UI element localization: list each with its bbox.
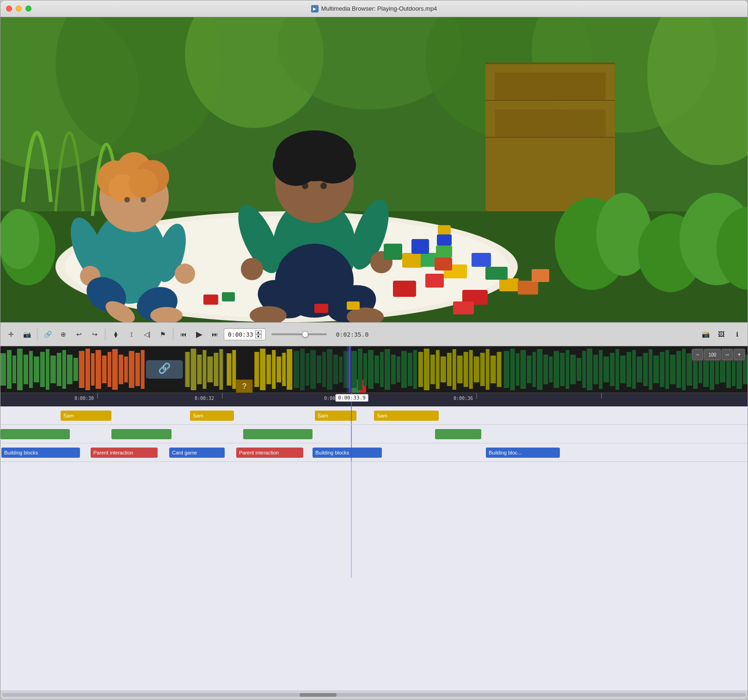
speed-track[interactable] — [271, 333, 327, 335]
play-button[interactable]: ▶ — [192, 327, 206, 341]
camera-view-button[interactable]: 📷 — [20, 327, 34, 341]
svg-rect-162 — [474, 356, 479, 382]
forward-button[interactable]: ↪ — [88, 327, 102, 341]
svg-rect-134 — [339, 356, 343, 382]
svg-rect-156 — [441, 356, 446, 382]
svg-rect-163 — [480, 353, 485, 386]
time-display[interactable]: 0:00:33 ▲ ▼ — [224, 328, 266, 340]
close-button[interactable] — [6, 6, 12, 12]
svg-rect-132 — [327, 349, 332, 390]
jasper-segment-3[interactable] — [243, 429, 313, 439]
maximize-button[interactable] — [25, 6, 31, 12]
svg-rect-155 — [436, 350, 440, 389]
sam-track-row: Sam Sam Sam Sam — [0, 406, 748, 425]
add-segment-button[interactable]: ⊕ — [56, 327, 70, 341]
svg-rect-113 — [214, 353, 218, 386]
empty-track-space — [0, 462, 748, 577]
speed-thumb[interactable] — [302, 331, 308, 338]
zoom-fit-button[interactable]: ↔ — [722, 349, 733, 360]
svg-rect-63 — [436, 246, 452, 258]
svg-rect-53 — [453, 301, 474, 314]
svg-rect-131 — [322, 352, 326, 387]
split-button[interactable]: ⟟ — [124, 327, 138, 341]
svg-rect-141 — [358, 349, 362, 390]
svg-point-39 — [310, 147, 356, 184]
svg-rect-145 — [380, 352, 384, 387]
time-up-button[interactable]: ▲ — [255, 330, 262, 334]
svg-rect-60 — [411, 239, 429, 254]
trim-left-button[interactable]: ◁| — [140, 327, 154, 341]
svg-rect-127 — [300, 349, 305, 390]
sam-segment-1[interactable]: Sam — [61, 411, 111, 421]
playhead-empty-line — [351, 462, 352, 577]
svg-rect-95 — [86, 349, 90, 390]
info-button[interactable]: ℹ — [730, 327, 744, 341]
scrollbar-track[interactable] — [2, 693, 746, 697]
screenshot-button[interactable]: 📸 — [699, 327, 712, 341]
horizontal-scrollbar — [0, 690, 748, 700]
sam-segment-2[interactable]: Sam — [190, 411, 234, 421]
svg-point-24 — [124, 197, 130, 203]
jasper-segment-4[interactable] — [435, 429, 481, 439]
back-button[interactable]: ↩ — [72, 327, 86, 341]
waveform-area[interactable]: 🔗 ? — [0, 346, 748, 393]
time-stepper[interactable]: ▲ ▼ — [255, 330, 262, 338]
activity-track-row: Building blocks Parent interaction Card … — [0, 443, 748, 462]
sam-segment-3[interactable]: Sam — [315, 411, 356, 421]
svg-rect-167 — [504, 351, 509, 388]
scrollbar-thumb[interactable] — [300, 693, 337, 697]
previous-frame-button[interactable]: ⏮ — [177, 327, 190, 341]
merge-button[interactable]: ⧫ — [109, 327, 123, 341]
link-button[interactable]: 🔗 — [41, 327, 55, 341]
svg-rect-185 — [603, 356, 609, 382]
svg-rect-114 — [219, 349, 223, 390]
svg-rect-198 — [676, 351, 681, 388]
activity-building-blocks-2[interactable]: Building blocks — [313, 448, 382, 458]
time-down-button[interactable]: ▼ — [255, 334, 262, 338]
zoom-out-button[interactable]: − — [692, 349, 703, 360]
activity-building-blocks-1[interactable]: Building blocks — [1, 448, 80, 458]
sam-segment-4[interactable]: Sam — [374, 411, 439, 421]
svg-rect-87 — [40, 352, 45, 387]
next-frame-button[interactable]: ⏭ — [208, 327, 222, 341]
svg-rect-97 — [96, 350, 101, 389]
activity-card-game[interactable]: Card game — [169, 448, 225, 458]
separator-2 — [105, 329, 105, 340]
svg-rect-164 — [486, 349, 490, 390]
svg-rect-160 — [464, 352, 468, 387]
svg-rect-108 — [185, 352, 190, 387]
svg-rect-142 — [363, 353, 367, 386]
svg-rect-149 — [401, 351, 407, 388]
trim-right-button[interactable]: ⚑ — [156, 327, 170, 341]
export-button[interactable]: 🖼 — [714, 327, 728, 341]
svg-rect-179 — [570, 355, 576, 384]
svg-rect-121 — [266, 355, 271, 384]
svg-rect-124 — [282, 353, 286, 386]
activity-building-blocks-3[interactable]: Building bloc... — [486, 448, 560, 458]
video-player[interactable] — [0, 17, 748, 322]
svg-rect-195 — [660, 352, 664, 387]
svg-rect-150 — [408, 353, 412, 386]
zoom-in-button[interactable]: + — [734, 349, 745, 360]
svg-rect-90 — [57, 353, 61, 386]
svg-rect-190 — [632, 350, 636, 389]
jasper-segment-1[interactable] — [0, 429, 70, 439]
separator-1 — [37, 329, 37, 340]
jasper-segment-2[interactable] — [111, 429, 172, 439]
activity-parent-interaction-2[interactable]: Parent interaction — [236, 448, 303, 458]
svg-rect-118 — [232, 350, 236, 389]
svg-rect-161 — [469, 350, 473, 389]
time-ruler: 0:00:30 0:00:32 0:00:34 0:00:36 0:00:33.… — [0, 393, 748, 406]
minimize-button[interactable] — [16, 6, 22, 12]
add-marker-button[interactable]: ✛ — [4, 327, 18, 341]
svg-rect-56 — [499, 278, 519, 291]
activity-parent-interaction-1[interactable]: Parent interaction — [91, 448, 158, 458]
speed-slider — [271, 333, 327, 335]
zoom-percent-button[interactable]: 100 — [704, 349, 721, 360]
svg-rect-119 — [254, 352, 259, 387]
svg-rect-177 — [560, 353, 565, 386]
svg-rect-157 — [447, 353, 452, 386]
svg-rect-171 — [527, 356, 532, 383]
svg-rect-105 — [141, 350, 145, 389]
svg-rect-166 — [497, 352, 502, 387]
